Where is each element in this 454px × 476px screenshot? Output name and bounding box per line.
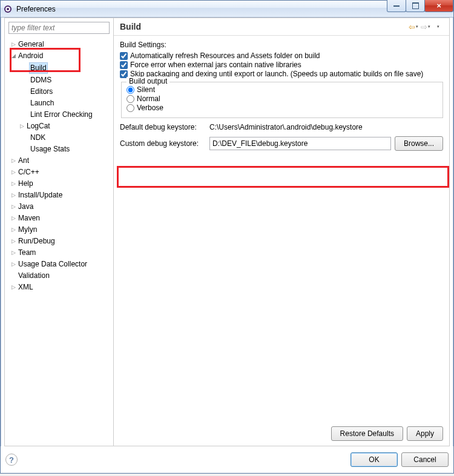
dialog-footer: ? OK Cancel [1, 446, 453, 473]
dropdown-icon: ▾ [428, 24, 430, 29]
page-title: Build [120, 22, 141, 31]
content-area: ▷General ◢Android Build DDMS Editors Lau… [4, 18, 450, 446]
tree-item-ant[interactable]: ▷Ant [5, 155, 113, 167]
collapse-icon[interactable]: ◢ [10, 51, 17, 61]
radio-label: Verbose [137, 104, 163, 112]
page-build: Build ⇦▾ ⇨▾ ▾ Build Settings: Automatica… [114, 18, 449, 446]
expand-icon[interactable]: ▷ [10, 39, 17, 50]
back-arrow-icon: ⇦ [409, 22, 415, 31]
header-toolbar: ⇦▾ ⇨▾ ▾ [408, 22, 443, 31]
default-keystore-row: Default debug keystore: C:\Users\Adminis… [120, 123, 443, 131]
page-header: Build ⇦▾ ⇨▾ ▾ [114, 18, 449, 36]
tree-item-editors[interactable]: Editors [5, 86, 113, 98]
check-label: Force error when external jars contain n… [130, 61, 301, 69]
expand-icon[interactable]: ▷ [10, 156, 17, 166]
help-icon[interactable]: ? [5, 454, 18, 466]
expand-icon[interactable]: ▷ [10, 248, 17, 258]
checkbox[interactable] [120, 61, 128, 69]
tree-item-install[interactable]: ▷Install/Update [5, 190, 113, 201]
expand-icon[interactable]: ▷ [10, 282, 17, 293]
expand-icon[interactable]: ▷ [10, 225, 17, 235]
check-label: Automatically refresh Resources and Asse… [130, 51, 320, 60]
tree-item-ndk[interactable]: NDK [5, 132, 113, 144]
tree-item-xml[interactable]: ▷XML [5, 282, 113, 293]
page-footer: Restore Defaults Apply [114, 421, 449, 446]
tree-item-java[interactable]: ▷Java [5, 201, 113, 213]
browse-button[interactable]: Browse... [395, 136, 443, 151]
tree-item-usage-stats[interactable]: Usage Stats [5, 144, 113, 155]
check-label: Skip packaging and dexing until export o… [130, 70, 423, 78]
settings-body: Build Settings: Automatically refresh Re… [114, 36, 449, 156]
tree-item-team[interactable]: ▷Team [5, 247, 113, 259]
radio-label: Normal [137, 94, 160, 103]
tree-item-lint[interactable]: Lint Error Checking [5, 109, 113, 121]
svg-point-2 [7, 8, 9, 10]
app-icon [3, 4, 13, 14]
dropdown-icon: ▾ [416, 24, 418, 29]
expand-icon[interactable]: ▷ [10, 190, 17, 200]
build-settings-label: Build Settings: [120, 41, 443, 49]
window-controls [387, 0, 453, 12]
radio[interactable] [127, 95, 134, 103]
radio[interactable] [127, 86, 134, 94]
radio-label: Silent [137, 85, 155, 94]
tree-item-maven[interactable]: ▷Maven [5, 213, 113, 224]
expand-icon[interactable]: ▷ [10, 259, 17, 269]
tree-item-logcat[interactable]: ▷LogCat [5, 121, 113, 132]
forward-arrow-icon: ⇨ [421, 22, 427, 31]
default-keystore-value: C:\Users\Administrator\.android\debug.ke… [209, 123, 443, 131]
group-legend: Build output [127, 77, 169, 85]
expand-icon[interactable]: ▷ [10, 179, 17, 189]
check-auto-refresh[interactable]: Automatically refresh Resources and Asse… [120, 51, 443, 60]
tree-item-launch[interactable]: Launch [5, 98, 113, 109]
back-button[interactable]: ⇦▾ [408, 22, 419, 31]
tree-item-validation[interactable]: ▷Validation [5, 270, 113, 282]
ok-button[interactable]: OK [350, 452, 398, 467]
expand-icon[interactable]: ▷ [10, 236, 17, 246]
tree-item-build[interactable]: Build [5, 62, 113, 74]
tree-item-help[interactable]: ▷Help [5, 178, 113, 190]
radio-verbose[interactable]: Verbose [127, 104, 438, 112]
preferences-tree[interactable]: ▷General ◢Android Build DDMS Editors Lau… [5, 38, 113, 446]
build-output-group: Build output Silent Normal Verbose [121, 82, 443, 118]
titlebar: Preferences [1, 1, 453, 18]
cancel-button[interactable]: Cancel [401, 452, 449, 467]
preferences-dialog: Preferences ▷General ◢Android Build DDMS… [0, 0, 454, 474]
maximize-button[interactable] [406, 0, 425, 12]
tree-item-android[interactable]: ◢Android [5, 50, 113, 62]
tree-item-mylyn[interactable]: ▷Mylyn [5, 224, 113, 236]
tree-item-general[interactable]: ▷General [5, 39, 113, 50]
restore-defaults-button[interactable]: Restore Defaults [331, 426, 403, 441]
expand-icon[interactable]: ▷ [10, 202, 17, 212]
custom-keystore-label: Custom debug keystore: [120, 139, 206, 148]
checkbox[interactable] [120, 52, 128, 60]
radio[interactable] [127, 104, 134, 112]
menu-button[interactable]: ▾ [432, 22, 443, 31]
preferences-tree-panel: ▷General ◢Android Build DDMS Editors Lau… [5, 18, 114, 446]
custom-keystore-input[interactable] [209, 137, 391, 150]
window-title: Preferences [16, 5, 451, 13]
default-keystore-label: Default debug keystore: [120, 123, 206, 131]
tree-item-udc[interactable]: ▷Usage Data Collector [5, 259, 113, 270]
custom-keystore-row: Custom debug keystore: Browse... [120, 136, 443, 151]
radio-silent[interactable]: Silent [127, 85, 438, 94]
forward-button[interactable]: ⇨▾ [420, 22, 431, 31]
expand-icon[interactable]: ▷ [10, 213, 17, 223]
tree-item-rundebug[interactable]: ▷Run/Debug [5, 236, 113, 247]
minimize-button[interactable] [387, 0, 406, 12]
check-force-error[interactable]: Force error when external jars contain n… [120, 61, 443, 69]
dropdown-icon: ▾ [437, 24, 439, 29]
close-button[interactable] [424, 0, 453, 12]
radio-normal[interactable]: Normal [127, 94, 438, 103]
expand-icon[interactable]: ▷ [18, 121, 25, 131]
expand-icon[interactable]: ▷ [10, 167, 17, 177]
tree-item-ddms[interactable]: DDMS [5, 74, 113, 86]
apply-button[interactable]: Apply [407, 426, 443, 441]
tree-item-cpp[interactable]: ▷C/C++ [5, 167, 113, 178]
filter-input[interactable] [8, 22, 110, 34]
